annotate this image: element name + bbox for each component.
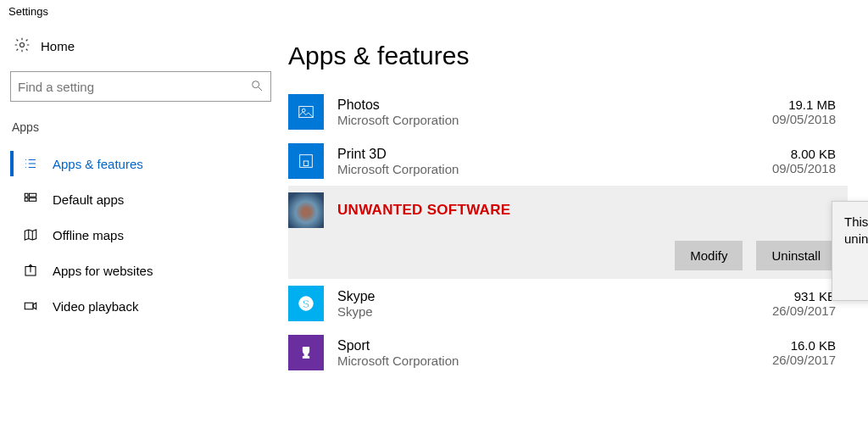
app-name: Skype xyxy=(337,289,734,304)
window-title: Settings xyxy=(0,0,868,23)
app-date: 09/05/2018 xyxy=(734,161,836,175)
sidebar-item-offline-maps[interactable]: Offline maps xyxy=(10,217,288,253)
app-row-skype[interactable]: S Skype Skype 931 KB 26/09/2017 xyxy=(288,279,848,328)
export-icon xyxy=(22,263,39,278)
skype-icon: S xyxy=(288,286,324,321)
sidebar-item-label: Offline maps xyxy=(53,228,124,242)
modify-button[interactable]: Modify xyxy=(675,241,743,270)
unknown-app-icon xyxy=(288,192,324,228)
popup-message: This app and its related info will be un… xyxy=(844,214,868,248)
svg-rect-22 xyxy=(303,161,309,166)
main-panel: Apps & features Photos Microsoft Corpora… xyxy=(288,23,868,434)
app-publisher: Microsoft Corporation xyxy=(337,353,734,368)
sidebar-item-default-apps[interactable]: Default apps xyxy=(10,181,288,217)
sport-icon xyxy=(288,335,324,370)
list-icon xyxy=(22,156,39,171)
app-date: 26/09/2017 xyxy=(734,303,836,318)
app-name: Print 3D xyxy=(337,147,734,162)
svg-rect-10 xyxy=(30,193,36,197)
svg-point-1 xyxy=(253,81,259,87)
search-box[interactable] xyxy=(10,71,271,102)
home-label: Home xyxy=(41,39,75,53)
uninstall-confirmation-popup: This app and its related info will be un… xyxy=(832,201,868,301)
sidebar-section-label: Apps xyxy=(12,120,288,134)
sidebar-item-label: Default apps xyxy=(53,192,124,207)
app-name: Photos xyxy=(337,97,734,113)
app-date: 26/09/2017 xyxy=(734,353,836,367)
layout: Home Apps Apps & features Default apps xyxy=(0,23,868,434)
svg-point-20 xyxy=(302,108,305,112)
sidebar-item-label: Apps for websites xyxy=(53,264,153,278)
sidebar-item-label: Apps & features xyxy=(53,157,143,171)
app-size: 16.0 KB xyxy=(734,338,836,353)
app-size: 8.00 KB xyxy=(734,147,836,161)
sidebar-item-label: Video playback xyxy=(53,299,138,314)
svg-rect-17 xyxy=(25,303,33,309)
svg-line-2 xyxy=(259,87,262,91)
app-publisher: Skype xyxy=(337,304,734,319)
photos-icon xyxy=(288,94,324,130)
search-input[interactable] xyxy=(18,80,250,94)
video-icon xyxy=(22,298,39,314)
uninstall-button[interactable]: Uninstall xyxy=(756,241,836,270)
app-publisher: Microsoft Corporation xyxy=(337,162,734,176)
app-size: 931 KB xyxy=(734,289,836,303)
sidebar-item-apps-features[interactable]: Apps & features xyxy=(10,146,288,181)
grid-icon xyxy=(22,192,39,207)
svg-marker-18 xyxy=(33,303,36,309)
app-publisher: Microsoft Corporation xyxy=(337,113,734,127)
svg-point-0 xyxy=(20,43,25,47)
svg-marker-13 xyxy=(25,230,36,240)
svg-rect-11 xyxy=(25,198,28,202)
svg-rect-12 xyxy=(30,198,36,202)
app-name: UNWANTED SOFTWARE xyxy=(337,202,734,219)
home-nav[interactable]: Home xyxy=(10,31,288,71)
svg-rect-9 xyxy=(25,193,28,197)
sidebar: Home Apps Apps & features Default apps xyxy=(0,23,288,434)
app-name: Sport xyxy=(337,338,734,353)
sidebar-item-apps-websites[interactable]: Apps for websites xyxy=(10,253,288,288)
app-row-sport[interactable]: Sport Microsoft Corporation 16.0 KB 26/0… xyxy=(288,328,848,377)
app-size: 19.1 MB xyxy=(734,97,836,112)
page-title: Apps & features xyxy=(288,42,848,70)
app-date: 09/05/2018 xyxy=(734,112,836,126)
app-row-photos[interactable]: Photos Microsoft Corporation 19.1 MB 09/… xyxy=(288,87,848,136)
svg-rect-26 xyxy=(303,357,309,359)
svg-text:S: S xyxy=(303,298,310,310)
app-list: Photos Microsoft Corporation 19.1 MB 09/… xyxy=(288,87,848,377)
gear-icon xyxy=(14,36,31,56)
sidebar-item-video-playback[interactable]: Video playback xyxy=(10,288,288,324)
print3d-icon xyxy=(288,143,324,179)
map-icon xyxy=(22,227,39,242)
search-icon xyxy=(250,79,264,95)
app-row-selected[interactable]: UNWANTED SOFTWARE Modify Uninstall xyxy=(288,186,848,279)
app-row-print3d[interactable]: Print 3D Microsoft Corporation 8.00 KB 0… xyxy=(288,136,848,186)
